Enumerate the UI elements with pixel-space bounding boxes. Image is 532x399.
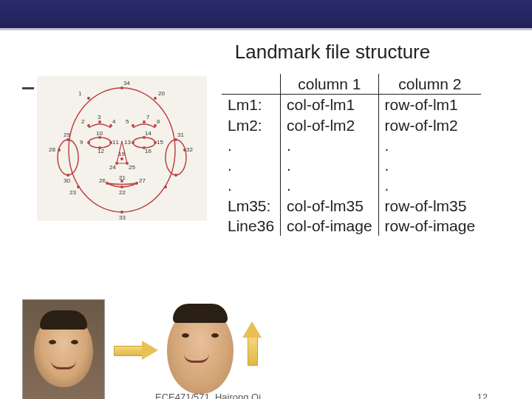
- svg-point-14: [87, 141, 90, 144]
- face-landmark-svg: 34120 234 578 9101112 13141516 242519 26…: [37, 76, 207, 221]
- svg-text:22: 22: [119, 189, 126, 196]
- row-label: Line36: [222, 216, 281, 236]
- svg-point-29: [120, 211, 123, 214]
- face-illustration: [34, 313, 93, 387]
- page-number: 12: [477, 392, 488, 399]
- file-structure-table: column 1 column 2 Lm1: col-of-lm1 row-of…: [222, 74, 481, 236]
- header-col2: column 2: [378, 74, 481, 95]
- svg-text:4: 4: [112, 118, 116, 125]
- table-row: Lm35: col-of-lm35 row-of-lm35: [222, 196, 481, 216]
- content-area: 34120 234 578 9101112 13141516 242519 26…: [0, 74, 532, 340]
- row-c1: col-of-lm2: [281, 115, 379, 135]
- svg-point-36: [77, 185, 80, 188]
- svg-point-34: [174, 138, 177, 141]
- svg-text:34: 34: [123, 80, 130, 86]
- row-c2: row-of-image: [378, 216, 481, 236]
- svg-text:14: 14: [145, 130, 151, 137]
- svg-text:33: 33: [119, 214, 126, 221]
- svg-point-37: [164, 185, 167, 188]
- cropped-face: [167, 307, 233, 394]
- svg-text:12: 12: [98, 148, 104, 154]
- svg-text:8: 8: [157, 118, 160, 125]
- row-c1: .: [281, 135, 379, 155]
- mouth-shape: [51, 361, 76, 369]
- banner-underline: [0, 28, 532, 30]
- svg-text:28: 28: [49, 146, 55, 153]
- row-c2: .: [378, 175, 481, 195]
- svg-text:13: 13: [124, 139, 131, 146]
- header-col1: column 1: [281, 74, 379, 95]
- row-c2: row-of-lm1: [378, 95, 481, 115]
- svg-point-8: [87, 124, 90, 127]
- hair-shape: [40, 310, 87, 330]
- svg-text:24: 24: [109, 164, 116, 171]
- svg-point-1: [58, 140, 78, 175]
- svg-text:9: 9: [80, 139, 83, 146]
- svg-text:19: 19: [118, 151, 125, 157]
- svg-text:25: 25: [129, 164, 135, 171]
- svg-text:23: 23: [69, 189, 76, 196]
- svg-point-9: [98, 120, 101, 123]
- arrow-up-icon: [242, 321, 262, 366]
- slide-title: Landmark file structure: [0, 41, 532, 64]
- top-banner: [0, 0, 532, 28]
- svg-point-3: [89, 137, 111, 148]
- row-c1: col-of-lm1: [281, 95, 379, 115]
- row-c2: row-of-lm2: [378, 115, 481, 135]
- svg-point-27: [120, 185, 123, 188]
- source-photo: [22, 299, 105, 399]
- slide: Landmark file structure: [0, 0, 532, 399]
- row-label: Lm2:: [222, 115, 281, 135]
- svg-point-18: [132, 141, 134, 144]
- hair-shape: [173, 304, 228, 323]
- row-label: Lm1:: [222, 95, 281, 115]
- row-label: .: [222, 135, 281, 155]
- svg-text:16: 16: [145, 148, 151, 154]
- table-header-row: column 1 column 2: [222, 74, 481, 95]
- svg-text:30: 30: [64, 177, 70, 184]
- svg-text:29: 29: [64, 132, 70, 138]
- svg-point-31: [66, 138, 69, 141]
- svg-text:27: 27: [139, 177, 146, 184]
- svg-point-30: [58, 149, 61, 151]
- table-row: . . .: [222, 135, 481, 155]
- row-c2: .: [378, 135, 481, 155]
- svg-text:31: 31: [177, 132, 184, 138]
- svg-point-32: [66, 174, 69, 177]
- table-row: Line36 col-of-image row-of-image: [222, 216, 481, 236]
- table-row: . . .: [222, 175, 481, 195]
- table-row: Lm2: col-of-lm2 row-of-lm2: [222, 115, 481, 135]
- svg-text:15: 15: [157, 139, 163, 146]
- svg-point-11: [132, 124, 134, 127]
- svg-text:3: 3: [98, 114, 101, 120]
- svg-point-26: [135, 182, 138, 185]
- svg-text:32: 32: [186, 146, 193, 153]
- footer-credit: ECE471/571, Hairong Qi: [155, 392, 261, 399]
- row-label: .: [222, 175, 281, 195]
- svg-point-5: [120, 86, 123, 89]
- arrow-right-icon: [114, 341, 158, 360]
- row-c1: col-of-image: [281, 216, 379, 236]
- header-blank: [222, 74, 281, 95]
- svg-text:10: 10: [96, 130, 103, 137]
- svg-point-2: [166, 140, 186, 175]
- svg-point-35: [174, 174, 177, 177]
- svg-text:5: 5: [126, 118, 129, 125]
- landmark-table: column 1 column 2 Lm1: col-of-lm1 row-of…: [222, 74, 481, 236]
- svg-text:11: 11: [112, 139, 119, 146]
- svg-text:26: 26: [99, 177, 106, 184]
- landmark-diagram: 34120 234 578 9101112 13141516 242519 26…: [37, 76, 207, 221]
- svg-point-24: [120, 157, 123, 160]
- svg-text:20: 20: [158, 90, 165, 97]
- row-c2: .: [378, 155, 481, 175]
- table-row: . . .: [222, 155, 481, 175]
- row-c1: .: [281, 155, 379, 175]
- row-label: Lm35:: [222, 196, 281, 216]
- table-row: Lm1: col-of-lm1 row-of-lm1: [222, 95, 481, 115]
- mouth-shape: [184, 354, 209, 363]
- svg-point-4: [133, 137, 155, 148]
- svg-point-6: [87, 97, 90, 100]
- svg-text:2: 2: [81, 118, 85, 125]
- row-label: .: [222, 155, 281, 175]
- row-c1: col-of-lm35: [281, 196, 379, 216]
